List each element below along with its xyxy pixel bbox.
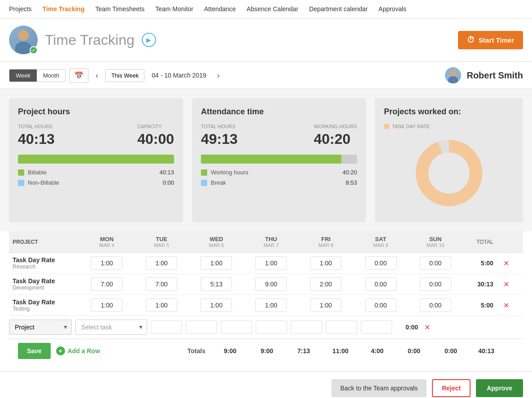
donut-chart — [384, 133, 514, 213]
nav-approvals[interactable]: Approvals — [379, 5, 406, 13]
back-button[interactable]: Back to the Team approvals — [331, 379, 427, 397]
calendar-button[interactable]: 📅 — [70, 68, 88, 83]
col-mon: Mon Mar 4 — [79, 231, 134, 253]
project-name: Task Day Rate — [13, 256, 76, 264]
table-row: Task Day RateTesting5:00✕ — [9, 295, 523, 316]
day-cell-6 — [408, 295, 463, 316]
pie-chart-card: Projects worked on: TASK DAY RATE — [375, 98, 523, 222]
nav-team-monitor[interactable]: Team Monitor — [155, 5, 193, 13]
new-row-sat[interactable] — [326, 320, 357, 334]
col-tue: Tue Mar 5 — [134, 231, 189, 253]
day-cell-2 — [189, 253, 244, 274]
save-button[interactable]: Save — [18, 343, 51, 359]
this-week-button[interactable]: This Week — [105, 69, 144, 82]
week-button[interactable]: Week — [9, 69, 37, 82]
add-row-button[interactable]: + Add a Row — [56, 346, 100, 355]
new-row-thu[interactable] — [256, 320, 287, 334]
time-input-row2-day2[interactable] — [201, 298, 232, 312]
stats-section: Project hours TOTAL HOURS 40:13 CAPACITY… — [0, 89, 532, 231]
prev-week-button[interactable]: ‹ — [92, 69, 102, 82]
project-cell: Task Day RateDevelopment — [9, 274, 79, 295]
time-input-row2-day4[interactable] — [310, 298, 341, 312]
col-total: TOTAL — [463, 231, 497, 253]
timer-icon: ⏱ — [467, 35, 475, 45]
col-sun: Sun Mar 10 — [408, 231, 463, 253]
nonbillable-value: 0:00 — [163, 179, 174, 186]
table-header-row: PROJECT Mon Mar 4 Tue Mar 5 Wed Mar 6 Th… — [9, 231, 523, 253]
time-input-row1-day4[interactable] — [310, 277, 341, 291]
nav-absence-calendar[interactable]: Absence Calendar — [247, 5, 298, 13]
attendance-card: Attendance time TOTAL HOURS 49:13 WORKIN… — [192, 98, 366, 222]
delete-cell: ✕ — [497, 295, 523, 316]
day-cell-1 — [134, 274, 189, 295]
time-input-row1-day5[interactable] — [365, 277, 397, 291]
col-sat: Sat Mar 9 — [353, 231, 408, 253]
time-input-row2-day3[interactable] — [255, 298, 287, 312]
billable-label: Billable — [28, 169, 47, 176]
time-input-row1-day0[interactable] — [91, 277, 122, 291]
nav-department-calendar[interactable]: Department calendar — [309, 5, 368, 13]
table-row: Task Day RateResearch5:00✕ — [9, 253, 523, 274]
add-row-label: Add a Row — [68, 347, 100, 355]
break-label: Break — [211, 179, 226, 186]
time-input-row2-day6[interactable] — [420, 298, 451, 312]
project-select[interactable]: Project — [9, 320, 72, 335]
time-input-row1-day2[interactable] — [201, 277, 232, 291]
time-input-row1-day3[interactable] — [255, 277, 287, 291]
time-input-row1-day1[interactable] — [146, 277, 177, 291]
task-select[interactable]: Select task — [75, 320, 147, 335]
time-input-row0-day3[interactable] — [255, 256, 287, 270]
col-project: PROJECT — [9, 231, 79, 253]
new-row-delete-button[interactable]: ✕ — [422, 322, 433, 333]
attendance-title: Attendance time — [201, 107, 357, 117]
totals-thu: 11:00 — [325, 347, 356, 355]
time-input-row0-day0[interactable] — [91, 256, 122, 270]
new-row-total: 0:00 — [396, 324, 418, 331]
totals-label: Totals — [188, 347, 205, 355]
time-input-row0-day1[interactable] — [146, 256, 177, 270]
nav-team-timesheets[interactable]: Team Timesheets — [95, 5, 144, 13]
project-hours-card: Project hours TOTAL HOURS 40:13 CAPACITY… — [9, 98, 183, 222]
new-row-tue[interactable] — [186, 320, 217, 334]
delete-cell: ✕ — [497, 274, 523, 295]
status-badge — [30, 46, 38, 54]
month-button[interactable]: Month — [37, 69, 65, 82]
toolbar-user-avatar — [445, 67, 461, 83]
project-hours-title: Project hours — [18, 107, 174, 117]
nav-time-tracking[interactable]: Time Tracking — [43, 5, 85, 13]
totals-total: 40:13 — [472, 347, 494, 355]
video-icon[interactable]: ▶ — [142, 33, 156, 47]
attendance-total-label: TOTAL HOURS — [201, 124, 238, 129]
time-input-row0-day5[interactable] — [365, 256, 397, 270]
time-input-row0-day2[interactable] — [201, 256, 232, 270]
reject-button[interactable]: Reject — [432, 379, 471, 397]
new-row-wed[interactable] — [221, 320, 252, 334]
next-week-button[interactable]: › — [214, 69, 223, 82]
new-row-sun[interactable] — [361, 320, 392, 334]
attendance-progress — [201, 155, 357, 164]
delete-row-button-1[interactable]: ✕ — [501, 279, 512, 290]
time-input-row2-day0[interactable] — [91, 298, 122, 312]
new-row-fri[interactable] — [291, 320, 322, 334]
day-cell-0 — [79, 253, 134, 274]
total-hours-label: TOTAL HOURS — [18, 124, 55, 129]
project-hours-legend: Billable 40:13 Non-Billable 0:00 — [18, 169, 174, 186]
day-cell-3 — [244, 295, 298, 316]
nav-projects[interactable]: Projects — [9, 5, 32, 13]
delete-row-button-2[interactable]: ✕ — [501, 300, 512, 311]
new-row-mon[interactable] — [151, 320, 182, 334]
approve-button[interactable]: Approve — [476, 379, 523, 397]
delete-row-button-0[interactable]: ✕ — [501, 258, 512, 268]
working-hours-label: WORKING HOURS — [314, 124, 357, 129]
time-input-row1-day6[interactable] — [420, 277, 451, 291]
time-input-row2-day5[interactable] — [365, 298, 397, 312]
break-value: 8:53 — [346, 179, 357, 186]
nav-attendance[interactable]: Attendance — [204, 5, 236, 13]
col-wed: Wed Mar 6 — [189, 231, 244, 253]
time-input-row0-day6[interactable] — [420, 256, 451, 270]
time-input-row2-day1[interactable] — [146, 298, 177, 312]
start-timer-button[interactable]: ⏱ Start Timer — [458, 31, 523, 49]
day-cell-1 — [134, 253, 189, 274]
time-input-row0-day4[interactable] — [310, 256, 341, 270]
page-header: Time Tracking ▶ ⏱ Start Timer — [0, 18, 532, 62]
